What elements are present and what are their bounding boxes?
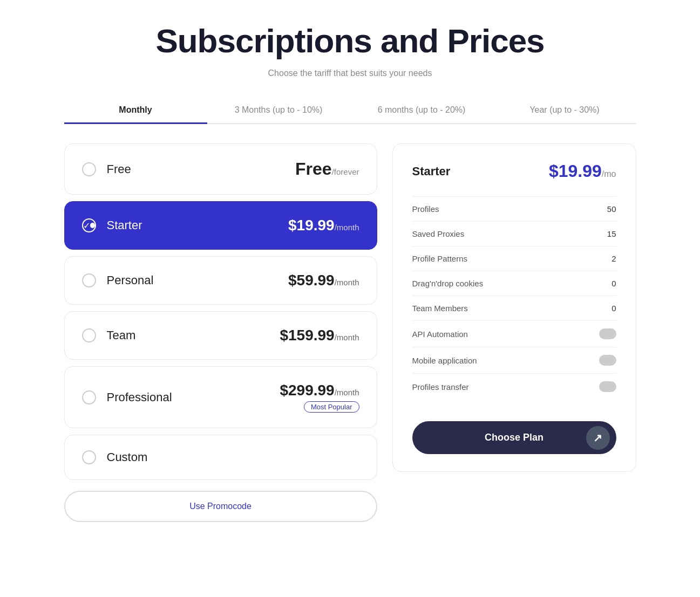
feature-row-team-members: Team Members 0 <box>412 296 616 320</box>
plan-price-professional: $299.99/month Most Popular <box>280 382 359 413</box>
feature-row-profiles: Profiles 50 <box>412 196 616 221</box>
plan-name-personal: Personal <box>107 273 154 287</box>
plan-card-free-left: Free <box>82 162 131 176</box>
plan-name-starter: Starter <box>107 218 142 232</box>
feature-label-profiles: Profiles <box>412 204 439 214</box>
detail-price-suffix: /mo <box>602 169 616 179</box>
plan-price-free-suffix: /forever <box>332 167 359 176</box>
plan-price-free: Free/forever <box>295 159 359 179</box>
plan-price-team-suffix: /month <box>335 333 359 342</box>
feature-value-profile-patterns: 2 <box>611 254 616 263</box>
detail-header: Starter $19.99/mo <box>412 161 616 181</box>
plan-price-free-amount: Free <box>295 159 332 179</box>
feature-label-saved-proxies: Saved Proxies <box>412 229 465 238</box>
detail-plan-name: Starter <box>412 164 451 179</box>
plan-name-professional: Professional <box>107 390 172 404</box>
plan-name-team: Team <box>107 328 136 342</box>
feature-row-transfer: Profiles transfer <box>412 373 616 400</box>
feature-label-mobile: Mobile application <box>412 356 477 365</box>
plan-card-professional[interactable]: Professional $299.99/month Most Popular <box>64 366 377 428</box>
page-subtitle: Choose the tariff that best suits your n… <box>64 68 636 78</box>
right-panel: Starter $19.99/mo Profiles 50 Saved Prox… <box>392 143 636 472</box>
feature-value-cookies: 0 <box>611 279 616 288</box>
radio-free <box>82 162 96 176</box>
feature-toggle-mobile <box>599 355 616 366</box>
plan-card-personal-left: Personal <box>82 273 154 287</box>
feature-row-saved-proxies: Saved Proxies 15 <box>412 221 616 246</box>
plan-card-starter-left: ✓ Starter <box>82 218 142 232</box>
radio-starter: ✓ <box>82 218 96 232</box>
plan-price-starter-suffix: /month <box>335 223 359 232</box>
plan-price-starter-amount: $19.99 <box>288 217 335 234</box>
radio-team <box>82 328 96 342</box>
feature-row-api: API Automation <box>412 320 616 347</box>
left-panel: Free Free/forever ✓ Starter $19.99/month <box>64 143 377 522</box>
choose-plan-button[interactable]: Choose Plan ↗ <box>412 421 616 454</box>
plan-price-team-amount: $159.99 <box>280 327 334 344</box>
feature-label-cookies: Drag'n'drop cookies <box>412 279 484 288</box>
feature-value-saved-proxies: 15 <box>607 229 616 238</box>
feature-row-mobile: Mobile application <box>412 347 616 373</box>
feature-value-team-members: 0 <box>611 304 616 313</box>
plan-card-free[interactable]: Free Free/forever <box>64 143 377 195</box>
plan-price-personal-suffix: /month <box>335 278 359 287</box>
tab-monthly[interactable]: Monthly <box>64 98 207 124</box>
plan-price-professional-suffix: /month <box>335 388 359 397</box>
plan-card-starter[interactable]: ✓ Starter $19.99/month <box>64 201 377 250</box>
detail-price: $19.99 <box>549 161 602 181</box>
page-title: Subscriptions and Prices <box>64 22 636 60</box>
feature-value-profiles: 50 <box>607 204 616 214</box>
feature-label-team-members: Team Members <box>412 304 468 313</box>
plan-card-personal[interactable]: Personal $59.99/month <box>64 256 377 305</box>
check-icon: ✓ <box>83 221 90 231</box>
radio-professional <box>82 390 96 404</box>
tab-year[interactable]: Year (up to - 30%) <box>493 98 636 124</box>
plan-card-team-left: Team <box>82 328 136 342</box>
arrow-icon: ↗ <box>593 431 602 444</box>
radio-custom <box>82 450 96 464</box>
plan-card-custom-left: Custom <box>82 450 148 464</box>
plan-price-personal-amount: $59.99 <box>288 272 335 289</box>
feature-toggle-api <box>599 328 616 339</box>
plan-price-starter: $19.99/month <box>288 217 359 234</box>
most-popular-badge: Most Popular <box>304 401 359 413</box>
feature-toggle-transfer <box>599 381 616 392</box>
choose-plan-arrow-icon: ↗ <box>586 426 610 450</box>
radio-personal <box>82 273 96 287</box>
feature-label-api: API Automation <box>412 330 468 339</box>
plan-card-custom[interactable]: Custom <box>64 435 377 480</box>
plan-name-custom: Custom <box>107 450 148 464</box>
tab-3months[interactable]: 3 Months (up to - 10%) <box>207 98 350 124</box>
feature-row-profile-patterns: Profile Patterns 2 <box>412 246 616 271</box>
promo-button[interactable]: Use Promocode <box>64 491 377 522</box>
plan-price-personal: $59.99/month <box>288 272 359 289</box>
plan-card-team[interactable]: Team $159.99/month <box>64 311 377 360</box>
choose-plan-label: Choose Plan <box>485 432 543 443</box>
main-layout: Free Free/forever ✓ Starter $19.99/month <box>64 143 636 522</box>
detail-price-block: $19.99/mo <box>549 161 616 181</box>
plan-price-team: $159.99/month <box>280 327 359 344</box>
tabs-row: Monthly 3 Months (up to - 10%) 6 months … <box>64 98 636 124</box>
plan-card-professional-left: Professional <box>82 390 172 404</box>
tab-6months[interactable]: 6 months (up to - 20%) <box>350 98 493 124</box>
plan-name-free: Free <box>107 162 131 176</box>
plan-price-professional-amount: $299.99 <box>280 382 334 399</box>
feature-label-transfer: Profiles transfer <box>412 382 469 392</box>
feature-row-cookies: Drag'n'drop cookies 0 <box>412 271 616 296</box>
feature-label-profile-patterns: Profile Patterns <box>412 254 468 263</box>
